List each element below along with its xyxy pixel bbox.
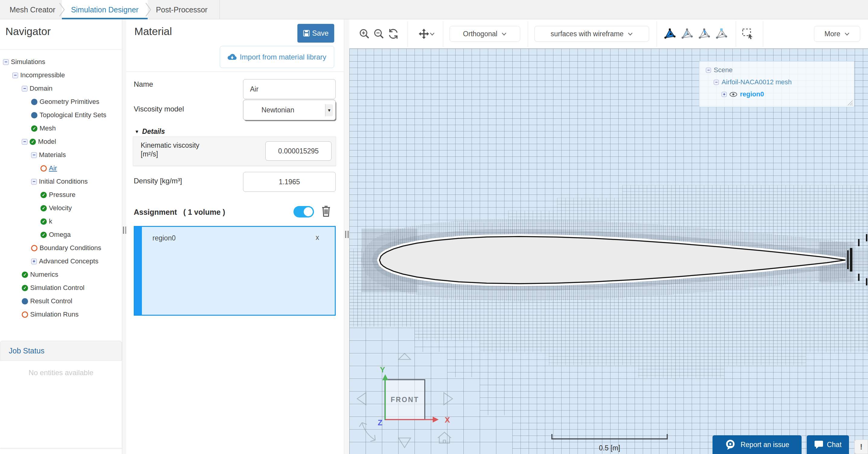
chat-bubble-icon <box>814 441 823 449</box>
details-section-header[interactable]: ▼ Details <box>135 127 165 135</box>
divider-drag-handle-icon[interactable] <box>345 231 349 238</box>
collapse-toggle-icon[interactable]: − <box>22 139 28 145</box>
z-axis-label: Z <box>378 418 382 427</box>
tab-post-processor[interactable]: Post-Processor <box>155 0 209 19</box>
nav-item-label: Result Control <box>30 297 72 305</box>
expand-toggle-icon[interactable]: + <box>721 92 727 97</box>
chat-button[interactable]: Chat <box>807 435 849 454</box>
nav-item-simulation-control[interactable]: ✓Simulation Control <box>0 281 122 295</box>
nav-item-numerics[interactable]: ✓Numerics <box>0 268 122 281</box>
nav-item-omega[interactable]: ✓Omega <box>0 228 122 241</box>
assignment-item-region0[interactable]: region0 <box>152 234 176 242</box>
tab-mesh-creator[interactable]: Mesh Creator <box>6 0 59 19</box>
tet-edge-icon <box>698 28 710 39</box>
nav-item-air[interactable]: Air <box>0 161 122 175</box>
nav-item-label: Domain <box>30 85 53 92</box>
scene-item-scene[interactable]: −Scene <box>706 65 733 74</box>
more-dropdown[interactable]: More <box>814 26 860 42</box>
job-status-header[interactable]: Job Status <box>0 341 122 361</box>
orange-ring-icon <box>31 245 37 251</box>
job-status-body: No entities available <box>0 361 122 448</box>
collapse-toggle-icon[interactable]: − <box>706 68 711 73</box>
nav-item-simulations[interactable]: −Simulations <box>0 55 122 68</box>
material-viewport-divider[interactable] <box>344 19 349 454</box>
eye-visibility-icon[interactable] <box>730 92 737 97</box>
collapse-triangle-icon[interactable]: ▼ <box>135 129 139 134</box>
import-button-label: Import from material library <box>240 53 327 61</box>
viewport-toolbar: Orthogonal surfaces with wireframe M <box>349 19 868 49</box>
check-icon: ✓ <box>40 232 47 238</box>
collapse-toggle-icon[interactable]: − <box>22 86 28 92</box>
nav-item-domain[interactable]: −Domain <box>0 82 122 95</box>
toolbar-separator <box>763 21 763 47</box>
projection-mode-dropdown[interactable]: Orthogonal <box>450 26 520 42</box>
kinematic-viscosity-input[interactable] <box>266 141 332 161</box>
zoom-in-button[interactable] <box>359 28 370 40</box>
nav-item-k[interactable]: ✓k <box>0 215 122 228</box>
nav-item-advanced-concepts[interactable]: +Advanced Concepts <box>0 255 122 268</box>
nav-item-materials[interactable]: −Materials <box>0 148 122 161</box>
tet-node-button[interactable] <box>716 28 727 40</box>
nav-item-topological-entity-sets[interactable]: Topological Entity Sets <box>0 109 122 122</box>
remove-assignment-icon[interactable]: x <box>316 234 319 242</box>
nav-item-initial-conditions[interactable]: −Initial Conditions <box>0 175 122 188</box>
check-icon: ✓ <box>31 125 37 132</box>
collapse-toggle-icon[interactable]: − <box>3 59 9 65</box>
collapse-toggle-icon[interactable]: − <box>714 80 719 85</box>
nav-item-incompressible[interactable]: −Incompressible <box>0 68 122 82</box>
density-input[interactable] <box>243 172 336 192</box>
scene-item-airfoil-naca0012-mesh[interactable]: −Airfoil-NACA0012 mesh <box>714 78 792 87</box>
nav-item-geometry-primitives[interactable]: Geometry Primitives <box>0 95 122 109</box>
collapse-toggle-icon[interactable]: − <box>31 152 37 158</box>
navigator-material-divider[interactable] <box>122 19 126 454</box>
nav-item-label: Simulation Runs <box>30 310 79 319</box>
report-an-issue-button[interactable]: Report an issue <box>713 435 802 454</box>
pan-mode-button[interactable] <box>416 28 436 40</box>
render-mode-dropdown[interactable]: surfaces with wireframe <box>534 26 649 42</box>
select-arrow-icon[interactable]: ▼ <box>325 104 333 116</box>
viewport-canvas[interactable]: FRONT Y X Z 0.5 [m] <box>349 49 868 454</box>
reset-view-button[interactable] <box>388 28 399 40</box>
nav-item-mesh[interactable]: ✓Mesh <box>0 122 122 135</box>
projection-mode-value: Orthogonal <box>463 30 498 38</box>
trash-icon <box>321 205 331 217</box>
zoom-out-button[interactable] <box>373 28 385 40</box>
nav-item-simulation-runs[interactable]: Simulation Runs <box>0 308 122 321</box>
tet-volume-button[interactable] <box>664 28 676 40</box>
tab-simulation-designer[interactable]: Simulation Designer <box>64 0 146 19</box>
scene-item-region0[interactable]: + region0 <box>721 90 764 99</box>
details-header-label: Details <box>142 127 165 135</box>
expand-toggle-icon[interactable]: + <box>31 259 37 264</box>
nav-item-pressure[interactable]: ✓Pressure <box>0 188 122 202</box>
zoom-out-icon <box>373 28 384 39</box>
scene-tree-overlay: −Scene−Airfoil-NACA0012 mesh+ region0 <box>699 61 855 107</box>
resize-handle-icon[interactable] <box>846 99 853 106</box>
mesh-render[interactable]: FRONT Y X Z 0.5 [m] <box>349 49 868 454</box>
nav-item-velocity[interactable]: ✓Velocity <box>0 202 122 215</box>
nav-item-boundary-conditions[interactable]: Boundary Conditions <box>0 241 122 255</box>
assignment-toggle[interactable] <box>293 206 314 217</box>
job-status-panel: Job Status No entities available <box>0 341 122 448</box>
more-label: More <box>825 30 840 38</box>
name-input[interactable] <box>243 79 336 99</box>
save-button-label: Save <box>312 29 329 37</box>
collapse-toggle-icon[interactable]: − <box>12 72 18 78</box>
collapse-toggle-icon[interactable]: − <box>31 179 37 185</box>
chevron-down-icon <box>844 32 849 36</box>
alert-tab[interactable]: ! <box>855 440 868 454</box>
viscosity-model-select[interactable]: Newtonian ▼ <box>243 100 336 120</box>
tet-edge-button[interactable] <box>698 28 710 40</box>
nav-item-label: Velocity <box>49 204 72 212</box>
nav-item-result-control[interactable]: Result Control <box>0 295 122 308</box>
nav-item-model[interactable]: −✓Model <box>0 135 122 148</box>
nav-item-label: Initial Conditions <box>39 178 88 185</box>
nav-item-label: Advanced Concepts <box>39 258 98 265</box>
tet-surface-button[interactable] <box>681 28 693 40</box>
import-from-material-library-button[interactable]: Import from material library <box>220 46 334 68</box>
delete-assignment-button[interactable] <box>321 205 332 218</box>
box-select-button[interactable] <box>742 28 754 40</box>
top-tab-bar: Mesh Creator Simulation Designer Post-Pr… <box>0 0 868 19</box>
cloud-download-icon <box>228 54 237 61</box>
save-button[interactable]: Save <box>298 24 334 42</box>
navigator-title: Navigator <box>5 25 51 37</box>
